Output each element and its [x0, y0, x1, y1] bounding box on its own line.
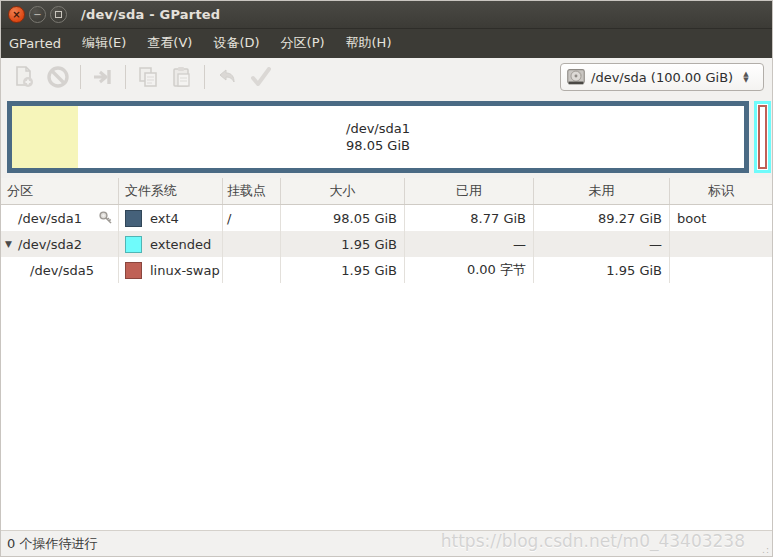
table-empty-area — [1, 283, 772, 530]
unused-cell: 1.95 GiB — [534, 257, 670, 283]
filesystem-cell: extended — [119, 231, 223, 257]
fs-color-swatch — [125, 210, 142, 227]
pending-operations-text: 0 个操作待进行 — [7, 535, 97, 553]
partition-visual-sda5-swap[interactable] — [758, 105, 767, 169]
toolbar: /dev/sda (100.00 GiB) ▲▼ — [1, 58, 772, 96]
toolbar-separator — [204, 65, 205, 89]
mountpoint-cell — [223, 231, 281, 257]
disk-visual-panel: /dev/sda1 98.05 GiB — [1, 96, 772, 178]
table-row-sda2[interactable]: ▼ /dev/sda2 extended 1.95 GiB — — — [1, 231, 772, 257]
menu-device[interactable]: 设备(D) — [206, 29, 273, 58]
expander-triangle-icon[interactable]: ▼ — [5, 239, 18, 249]
partition-table: 分区 文件系统 挂载点 大小 已用 未用 标识 /dev/sda1 — [1, 178, 772, 530]
copy-icon — [136, 65, 160, 89]
fs-color-swatch — [125, 262, 142, 279]
header-filesystem[interactable]: 文件系统 — [119, 178, 223, 204]
used-cell: 8.77 GiB — [405, 205, 534, 231]
toolbar-separator — [80, 65, 81, 89]
partition-cell: /dev/sda1 — [1, 205, 119, 231]
copy-button[interactable] — [131, 62, 165, 92]
table-row-sda1[interactable]: /dev/sda1 ext4 / 98.05 GiB 8.77 GiB 89.2… — [1, 205, 772, 231]
close-button[interactable]: × — [8, 6, 25, 23]
menu-gparted[interactable]: GParted — [2, 31, 75, 57]
delete-partition-icon — [46, 65, 70, 89]
new-partition-button[interactable] — [7, 62, 41, 92]
unused-cell: — — [534, 231, 670, 257]
size-cell: 1.95 GiB — [281, 231, 405, 257]
delete-partition-button[interactable] — [41, 62, 75, 92]
hard-disk-icon — [565, 66, 587, 88]
flags-cell — [670, 231, 772, 257]
window-buttons: × − — [8, 6, 67, 23]
maximize-icon — [55, 11, 62, 18]
partition-cell: ▼ /dev/sda2 — [1, 231, 119, 257]
paste-icon — [170, 65, 194, 89]
partition-cell: /dev/sda5 — [1, 257, 119, 283]
resize-grip[interactable]: .: — [762, 545, 770, 555]
menu-help[interactable]: 帮助(H) — [339, 29, 406, 58]
spinner-arrows-icon[interactable]: ▲▼ — [743, 71, 748, 83]
fs-label: linux-swap — [150, 263, 220, 278]
menu-view[interactable]: 查看(V) — [140, 29, 206, 58]
status-bar: 0 个操作待进行 .: — [1, 530, 772, 556]
paste-button[interactable] — [165, 62, 199, 92]
filesystem-cell: ext4 — [119, 205, 223, 231]
gparted-window: × − /dev/sda - GParted GParted 编辑(E) 查看(… — [0, 0, 773, 557]
used-cell: — — [405, 231, 534, 257]
unused-cell: 89.27 GiB — [534, 205, 670, 231]
mounted-key-icon — [98, 210, 114, 226]
apply-icon — [249, 65, 273, 89]
window-title: /dev/sda - GParted — [81, 7, 220, 22]
header-flags[interactable]: 标识 — [670, 178, 772, 204]
used-cell: 0.00 字节 — [405, 257, 534, 283]
header-unused[interactable]: 未用 — [534, 178, 670, 204]
resize-move-icon — [91, 65, 115, 89]
header-mountpoint[interactable]: 挂载点 — [223, 178, 281, 204]
minimize-button[interactable]: − — [29, 6, 46, 23]
partition-visual-size: 98.05 GiB — [346, 137, 410, 154]
undo-button[interactable] — [210, 62, 244, 92]
flags-cell — [670, 257, 772, 283]
maximize-button[interactable] — [50, 6, 67, 23]
partition-visual-name: /dev/sda1 — [346, 120, 410, 137]
header-used[interactable]: 已用 — [405, 178, 534, 204]
partition-name: /dev/sda2 — [18, 237, 82, 252]
fs-label: extended — [150, 237, 211, 252]
mountpoint-cell: / — [223, 205, 281, 231]
partition-name: /dev/sda1 — [18, 211, 82, 226]
partition-visual-label: /dev/sda1 98.05 GiB — [12, 106, 744, 168]
table-row-sda5[interactable]: /dev/sda5 linux-swap 1.95 GiB 0.00 字节 1.… — [1, 257, 772, 283]
header-size[interactable]: 大小 — [281, 178, 405, 204]
device-selector-value: /dev/sda (100.00 GiB) — [591, 70, 733, 85]
size-cell: 1.95 GiB — [281, 257, 405, 283]
fs-color-swatch — [125, 236, 142, 253]
partition-visual-sda1[interactable]: /dev/sda1 98.05 GiB — [7, 101, 749, 173]
title-bar: × − /dev/sda - GParted — [1, 1, 772, 29]
toolbar-separator — [125, 65, 126, 89]
partition-name: /dev/sda5 — [30, 263, 94, 278]
partition-visual-sda2-extended[interactable] — [754, 101, 771, 173]
mountpoint-cell — [223, 257, 281, 283]
table-header-row: 分区 文件系统 挂载点 大小 已用 未用 标识 — [1, 178, 772, 205]
menu-edit[interactable]: 编辑(E) — [75, 29, 140, 58]
new-partition-icon — [12, 65, 36, 89]
device-selector[interactable]: /dev/sda (100.00 GiB) ▲▼ — [560, 63, 764, 91]
menu-bar: GParted 编辑(E) 查看(V) 设备(D) 分区(P) 帮助(H) — [1, 29, 772, 58]
flags-cell: boot — [670, 205, 772, 231]
resize-move-button[interactable] — [86, 62, 120, 92]
size-cell: 98.05 GiB — [281, 205, 405, 231]
undo-icon — [215, 65, 239, 89]
fs-label: ext4 — [150, 211, 179, 226]
filesystem-cell: linux-swap — [119, 257, 223, 283]
apply-button[interactable] — [244, 62, 278, 92]
header-partition[interactable]: 分区 — [1, 178, 119, 204]
menu-partition[interactable]: 分区(P) — [274, 29, 339, 58]
